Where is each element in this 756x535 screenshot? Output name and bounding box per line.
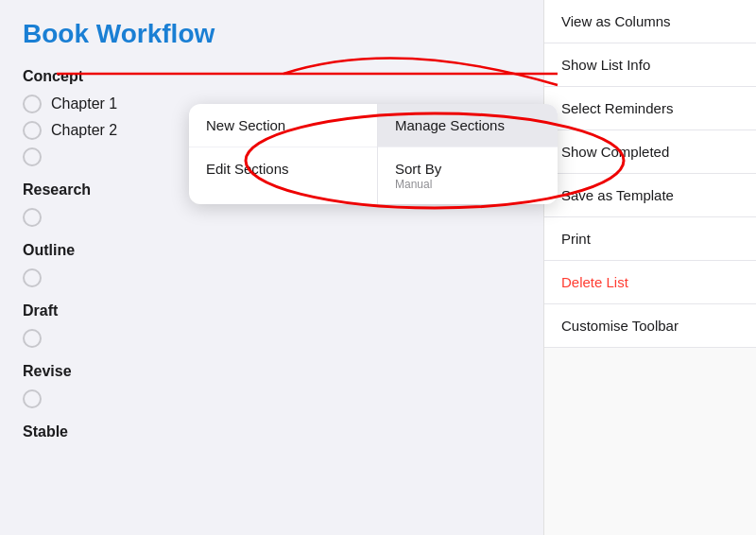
- menu-item-view-as-columns[interactable]: View as Columns: [544, 0, 756, 43]
- task-checkbox-chapter2[interactable]: [23, 121, 42, 140]
- inline-section-popup: New Section Edit Sections Manage Section…: [189, 104, 558, 204]
- page-title: Book Workflow: [23, 19, 524, 49]
- task-checkbox-empty-outline[interactable]: [23, 268, 42, 287]
- section-header-stable: Stable: [23, 423, 524, 440]
- menu-item-select-reminders[interactable]: Select Reminders: [544, 87, 756, 130]
- popup-item-sort-by[interactable]: Sort By Manual: [378, 147, 558, 204]
- task-empty-outline[interactable]: [23, 265, 524, 291]
- task-checkbox-empty-research[interactable]: [23, 208, 42, 227]
- popup-item-new-section[interactable]: New Section: [189, 104, 377, 147]
- section-revise: Revise: [23, 363, 524, 412]
- task-label-chapter2: Chapter 2: [51, 122, 117, 139]
- section-header-draft: Draft: [23, 302, 524, 319]
- section-header-outline: Outline: [23, 242, 524, 259]
- popup-item-edit-sections[interactable]: Edit Sections: [189, 147, 377, 190]
- menu-item-show-list-info[interactable]: Show List Info: [544, 43, 756, 87]
- task-empty-draft[interactable]: [23, 325, 524, 352]
- task-label-chapter1: Chapter 1: [51, 95, 117, 112]
- task-checkbox-empty-revise[interactable]: [23, 389, 42, 408]
- task-empty-revise[interactable]: [23, 386, 524, 412]
- section-outline: Outline: [23, 242, 524, 291]
- popup-item-manage-sections[interactable]: Manage Sections: [378, 104, 558, 147]
- task-checkbox-chapter1[interactable]: [23, 95, 42, 113]
- task-checkbox-empty-draft[interactable]: [23, 329, 42, 348]
- menu-item-save-as-template[interactable]: Save as Template: [544, 174, 756, 217]
- section-header-revise: Revise: [23, 363, 524, 380]
- section-header-concept: Concept: [23, 68, 524, 85]
- menu-item-delete-list[interactable]: Delete List: [544, 261, 756, 304]
- task-checkbox-empty-concept[interactable]: [23, 147, 42, 166]
- popup-right-panel: Manage Sections Sort By Manual: [378, 104, 558, 204]
- dropdown-menu: View as Columns Show List Info Select Re…: [543, 0, 756, 535]
- section-draft: Draft: [23, 302, 524, 352]
- menu-item-customise-toolbar[interactable]: Customise Toolbar: [544, 304, 756, 348]
- popup-left-panel: New Section Edit Sections: [189, 104, 378, 204]
- task-empty-research[interactable]: [23, 204, 524, 231]
- popup-sort-by-sublabel: Manual: [395, 178, 541, 191]
- section-stable: Stable: [23, 423, 524, 440]
- menu-item-show-completed[interactable]: Show Completed: [544, 130, 756, 174]
- menu-item-print[interactable]: Print: [544, 217, 756, 261]
- main-list-area: Book Workflow Concept Chapter 1 Chapter …: [0, 0, 543, 535]
